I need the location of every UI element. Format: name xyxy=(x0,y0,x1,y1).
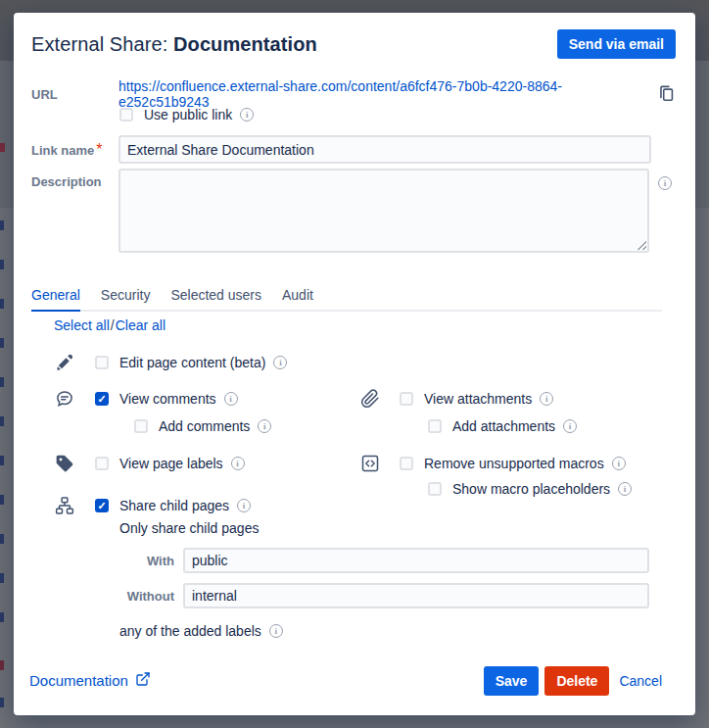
share-child-pages-checkbox[interactable] xyxy=(95,499,109,512)
without-label: Without xyxy=(31,589,174,604)
checkbox-row-show-macro-placeholders: Show macro placeholders xyxy=(360,479,632,499)
info-icon[interactable] xyxy=(658,176,672,190)
remove-unsupported-macros-label: Remove unsupported macros xyxy=(424,456,604,471)
tab-general[interactable]: General xyxy=(31,287,80,312)
documentation-link[interactable]: Documentation xyxy=(29,671,151,690)
comment-icon xyxy=(55,389,74,409)
add-comments-label: Add comments xyxy=(159,418,250,434)
info-icon[interactable] xyxy=(237,499,251,512)
info-icon[interactable] xyxy=(240,108,254,121)
link-name-input[interactable] xyxy=(118,135,651,164)
dialog-title-page-name: Documentation xyxy=(173,33,317,55)
tab-bar: General Security Selected users Audit xyxy=(31,287,662,312)
permissions-right-column: View attachments Add attachments Remove … xyxy=(360,389,632,499)
info-icon[interactable] xyxy=(563,419,577,433)
delete-button[interactable]: Delete xyxy=(544,666,609,696)
view-page-labels-checkbox[interactable] xyxy=(95,457,109,470)
paperclip-icon xyxy=(360,389,380,409)
any-added-labels-text: any of the added labels xyxy=(119,623,261,639)
tab-security[interactable]: Security xyxy=(101,287,151,310)
with-labels-input[interactable] xyxy=(183,548,649,573)
use-public-link-label: Use public link xyxy=(144,107,232,122)
macro-icon xyxy=(360,454,380,473)
checkbox-row-remove-unsupported-macros: Remove unsupported macros xyxy=(360,454,632,473)
description-textarea[interactable] xyxy=(118,169,649,253)
checkbox-row-share-child-pages: Share child pages xyxy=(14,496,695,515)
save-button[interactable]: Save xyxy=(484,666,540,696)
info-icon[interactable] xyxy=(224,392,238,406)
checkbox-row-view-attachments: View attachments xyxy=(360,389,632,409)
info-icon[interactable] xyxy=(258,419,271,433)
link-name-label: Link name xyxy=(31,143,94,158)
url-label: URL xyxy=(31,87,118,102)
use-public-link-checkbox[interactable] xyxy=(119,108,133,121)
view-page-labels-label: View page labels xyxy=(119,456,223,471)
tab-selected-users[interactable]: Selected users xyxy=(170,287,261,310)
bulk-separator: / xyxy=(111,317,115,333)
sitemap-icon xyxy=(55,496,74,515)
add-attachments-checkbox[interactable] xyxy=(428,419,442,433)
with-label: With xyxy=(31,554,174,568)
background-fragment xyxy=(0,660,4,670)
show-macro-placeholders-checkbox[interactable] xyxy=(428,482,442,496)
documentation-link-label: Documentation xyxy=(29,672,128,689)
only-share-child-pages-text: Only share child pages xyxy=(119,520,259,536)
info-icon[interactable] xyxy=(618,482,632,496)
share-url-link[interactable]: https://confluence.external-share.com/co… xyxy=(118,78,643,110)
checkbox-row-add-attachments: Add attachments xyxy=(360,416,632,436)
info-icon[interactable] xyxy=(612,457,626,470)
info-icon[interactable] xyxy=(269,624,283,638)
info-icon[interactable] xyxy=(273,356,287,369)
info-icon[interactable] xyxy=(231,457,245,470)
info-icon[interactable] xyxy=(540,392,553,406)
send-via-email-button[interactable]: Send via email xyxy=(557,29,676,59)
external-link-icon xyxy=(128,671,151,690)
dialog-title: External Share: Documentation xyxy=(31,33,317,56)
external-share-dialog: External Share: Documentation Send via e… xyxy=(14,13,695,715)
edit-page-content-checkbox[interactable] xyxy=(95,356,109,369)
description-label: Description xyxy=(31,169,118,189)
background-fragment xyxy=(0,220,4,632)
copy-icon xyxy=(657,91,676,106)
checkbox-row-edit-page-content: Edit page content (beta) xyxy=(14,353,695,372)
pencil-icon xyxy=(55,353,74,372)
background-fragment xyxy=(0,698,4,707)
tag-icon xyxy=(55,454,74,473)
add-comments-checkbox[interactable] xyxy=(134,419,148,433)
view-attachments-label: View attachments xyxy=(424,391,532,407)
remove-unsupported-macros-checkbox[interactable] xyxy=(400,457,413,470)
add-attachments-label: Add attachments xyxy=(452,418,555,434)
tab-audit[interactable]: Audit xyxy=(282,287,313,310)
cancel-button[interactable]: Cancel xyxy=(619,673,662,689)
view-attachments-checkbox[interactable] xyxy=(400,392,413,406)
without-labels-input[interactable] xyxy=(183,583,649,608)
background-fragment xyxy=(0,143,5,152)
show-macro-placeholders-label: Show macro placeholders xyxy=(452,481,610,497)
edit-page-content-label: Edit page content (beta) xyxy=(119,355,265,370)
view-comments-label: View comments xyxy=(119,391,216,407)
share-child-pages-label: Share child pages xyxy=(119,498,229,513)
required-asterisk: * xyxy=(96,141,102,158)
clear-all-link[interactable]: Clear all xyxy=(116,317,165,333)
copy-link-button[interactable] xyxy=(657,84,676,104)
select-all-link[interactable]: Select all xyxy=(54,317,110,333)
view-comments-checkbox[interactable] xyxy=(95,392,109,406)
